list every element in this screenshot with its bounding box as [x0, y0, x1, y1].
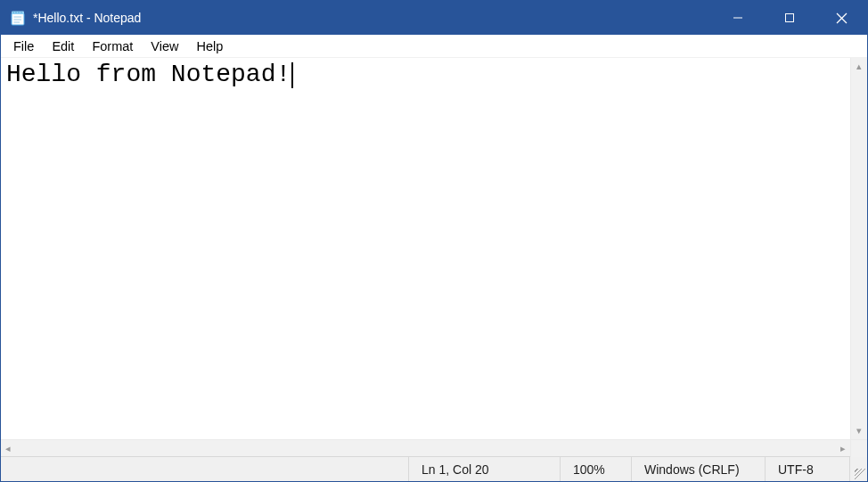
editor-content: Hello from Notepad! [6, 61, 291, 88]
scroll-right-icon[interactable]: ▸ [836, 443, 850, 454]
maximize-button[interactable] [764, 1, 815, 35]
scroll-left-icon[interactable]: ◂ [1, 443, 15, 454]
minimize-button[interactable] [712, 1, 764, 35]
close-icon [836, 12, 848, 24]
svg-rect-10 [786, 14, 794, 22]
menubar: File Edit Format View Help [1, 35, 867, 58]
minimize-icon [733, 12, 743, 23]
close-button[interactable] [815, 1, 867, 35]
maximize-icon [784, 12, 795, 23]
text-editor[interactable]: Hello from Notepad! [1, 58, 850, 439]
status-encoding: UTF-8 [765, 457, 849, 481]
menu-format[interactable]: Format [83, 37, 142, 55]
scroll-up-icon[interactable]: ▴ [856, 58, 862, 75]
status-line-ending: Windows (CRLF) [631, 457, 765, 481]
statusbar: Ln 1, Col 20 100% Windows (CRLF) UTF-8 [1, 456, 867, 481]
menu-help[interactable]: Help [187, 37, 232, 55]
window-controls [712, 1, 867, 35]
status-zoom: 100% [560, 457, 631, 481]
editor-area: Hello from Notepad! ▴ ▾ ◂ ▸ [1, 58, 867, 456]
scroll-down-icon[interactable]: ▾ [856, 422, 862, 439]
resize-grip[interactable] [849, 457, 867, 481]
text-caret [291, 62, 293, 88]
status-cursor-position: Ln 1, Col 20 [408, 457, 560, 481]
scrollbar-corner [850, 440, 867, 457]
menu-edit[interactable]: Edit [43, 37, 83, 55]
status-spacer [1, 457, 408, 481]
notepad-icon [10, 10, 26, 26]
titlebar[interactable]: *Hello.txt - Notepad [1, 1, 867, 35]
window-title: *Hello.txt - Notepad [33, 11, 141, 25]
menu-file[interactable]: File [4, 37, 43, 55]
vertical-scrollbar[interactable]: ▴ ▾ [850, 58, 867, 439]
horizontal-scrollbar[interactable]: ◂ ▸ [1, 439, 867, 456]
menu-view[interactable]: View [142, 37, 187, 55]
